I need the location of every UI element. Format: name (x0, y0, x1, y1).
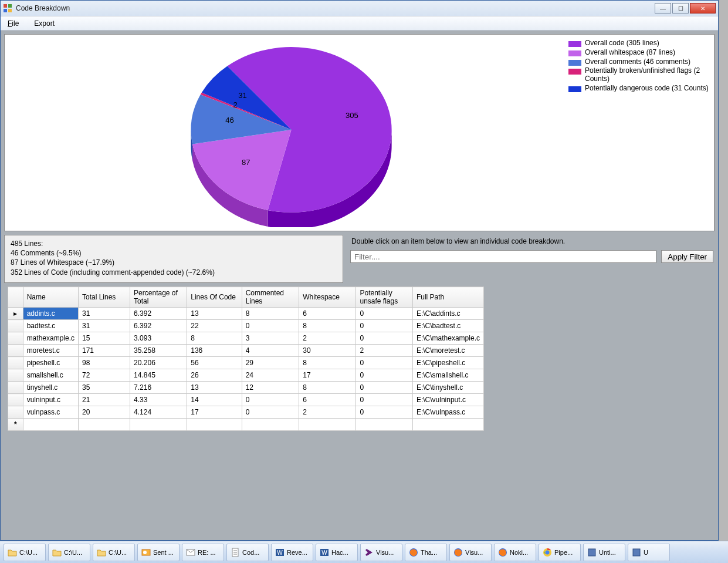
row-header[interactable] (8, 382, 23, 394)
table-row[interactable]: tinyshell.c 35 7.216 13 12 8 0 E:\C\tiny… (8, 382, 484, 394)
menu-file[interactable]: File (4, 18, 22, 29)
row-header[interactable] (8, 394, 23, 406)
cell-comm[interactable]: 24 (242, 369, 299, 382)
legend-item[interactable]: Overall comments (46 comments) (568, 58, 710, 66)
menu-export[interactable]: Export (31, 18, 58, 29)
cell-loc[interactable]: 8 (187, 332, 242, 345)
pie-chart[interactable]: 3058746231 (5, 35, 566, 231)
cell-name[interactable]: smallshell.c (23, 369, 78, 382)
cell-pct[interactable]: 35.258 (130, 345, 187, 357)
cell-loc[interactable]: 56 (187, 357, 242, 369)
col-flags[interactable]: Potentially unsafe flags (356, 287, 412, 308)
cell-ws[interactable]: 8 (299, 382, 356, 394)
taskbar-item[interactable]: C:\U... (93, 544, 135, 561)
cell-loc[interactable]: 22 (187, 320, 242, 332)
row-header[interactable]: ▸ (8, 308, 23, 320)
cell-ws[interactable]: 8 (299, 320, 356, 332)
cell-flags[interactable]: 0 (356, 394, 412, 406)
row-header-new[interactable]: * (8, 419, 23, 431)
cell-comm[interactable]: 0 (242, 406, 299, 419)
col-ws[interactable]: Whitespace (299, 287, 356, 308)
cell-flags[interactable]: 0 (356, 369, 412, 382)
taskbar-item[interactable]: Sent ... (137, 544, 180, 561)
col-name[interactable]: Name (23, 287, 78, 308)
col-total[interactable]: Total Lines (79, 287, 130, 308)
legend-item[interactable]: Potentially broken/unfinished flags (2 C… (568, 67, 710, 83)
cell-path[interactable]: E:\C\pipeshell.c (412, 357, 483, 369)
cell-pct[interactable]: 6.392 (130, 320, 187, 332)
cell-ws[interactable]: 17 (299, 369, 356, 382)
row-header[interactable] (8, 406, 23, 419)
row-header[interactable] (8, 332, 23, 345)
cell-total[interactable]: 171 (79, 345, 130, 357)
row-header[interactable] (8, 369, 23, 382)
table-row[interactable]: pipeshell.c 98 20.206 56 29 8 0 E:\C\pip… (8, 357, 484, 369)
cell-name[interactable]: mathexample.c (23, 332, 78, 345)
taskbar-item[interactable]: WHac... (316, 544, 358, 561)
taskbar[interactable]: C:\U...C:\U...C:\U...Sent ...RE: ...Cod.… (0, 541, 728, 563)
cell-pct[interactable]: 20.206 (130, 357, 187, 369)
cell-path[interactable]: E:\C\tinyshell.c (412, 382, 483, 394)
cell-path[interactable]: E:\C\vulnpass.c (412, 406, 483, 419)
cell-ws[interactable]: 8 (299, 357, 356, 369)
table-row[interactable]: smallshell.c 72 14.845 26 24 17 0 E:\C\s… (8, 369, 484, 382)
taskbar-item[interactable]: Noki... (494, 544, 536, 561)
cell-ws[interactable]: 6 (299, 394, 356, 406)
taskbar-item[interactable]: WReve... (271, 544, 313, 561)
titlebar[interactable]: Code Breakdown — ☐ ✕ (1, 1, 718, 16)
cell-name[interactable]: tinyshell.c (23, 382, 78, 394)
table-row[interactable]: badtest.c 31 6.392 22 0 8 0 E:\C\badtest… (8, 320, 484, 332)
cell-comm[interactable]: 12 (242, 382, 299, 394)
cell-flags[interactable]: 0 (356, 406, 412, 419)
taskbar-item[interactable]: C:\U... (4, 544, 46, 561)
cell-ws[interactable]: 2 (299, 406, 356, 419)
cell-total[interactable]: 20 (79, 406, 130, 419)
cell-loc[interactable]: 17 (187, 406, 242, 419)
row-header[interactable] (8, 357, 23, 369)
minimize-button[interactable]: — (655, 3, 671, 14)
cell-pct[interactable]: 6.392 (130, 308, 187, 320)
cell-pct[interactable]: 3.093 (130, 332, 187, 345)
cell-comm[interactable]: 0 (242, 320, 299, 332)
cell-flags[interactable]: 0 (356, 332, 412, 345)
cell-flags[interactable]: 0 (356, 357, 412, 369)
cell-loc[interactable]: 13 (187, 308, 242, 320)
cell-name[interactable]: badtest.c (23, 320, 78, 332)
files-table[interactable]: Name Total Lines Percentage of Total Lin… (8, 286, 484, 431)
cell-loc[interactable]: 136 (187, 345, 242, 357)
close-button[interactable]: ✕ (690, 3, 716, 14)
taskbar-item[interactable]: RE: ... (182, 544, 224, 561)
cell-total[interactable]: 35 (79, 382, 130, 394)
taskbar-item[interactable]: Cod... (226, 544, 269, 561)
taskbar-item[interactable]: C:\U... (48, 544, 90, 561)
cell-name[interactable]: moretest.c (23, 345, 78, 357)
cell-total[interactable]: 31 (79, 308, 130, 320)
cell-flags[interactable]: 0 (356, 382, 412, 394)
taskbar-item[interactable]: Tha... (405, 544, 447, 561)
cell-path[interactable]: E:\C\mathexample.c (412, 332, 483, 345)
cell-flags[interactable]: 0 (356, 308, 412, 320)
apply-filter-button[interactable]: Apply Filter (661, 250, 713, 263)
cell-loc[interactable]: 13 (187, 382, 242, 394)
maximize-button[interactable]: ☐ (672, 3, 689, 14)
cell-total[interactable]: 31 (79, 320, 130, 332)
table-row[interactable]: vulnpass.c 20 4.124 17 0 2 0 E:\C\vulnpa… (8, 406, 484, 419)
cell-name[interactable]: addints.c (23, 308, 78, 320)
filter-input[interactable] (350, 250, 656, 263)
cell-loc[interactable]: 26 (187, 369, 242, 382)
table-row[interactable]: ▸ addints.c 31 6.392 13 8 6 0 E:\C\addin… (8, 308, 484, 320)
cell-ws[interactable]: 2 (299, 332, 356, 345)
col-pct[interactable]: Percentage of Total (130, 287, 187, 308)
cell-total[interactable]: 72 (79, 369, 130, 382)
cell-total[interactable]: 15 (79, 332, 130, 345)
col-path[interactable]: Full Path (412, 287, 483, 308)
cell-ws[interactable]: 30 (299, 345, 356, 357)
cell-flags[interactable]: 2 (356, 345, 412, 357)
taskbar-item[interactable]: U (628, 544, 670, 561)
cell-ws[interactable]: 6 (299, 308, 356, 320)
taskbar-item[interactable]: Unti... (583, 544, 625, 561)
cell-total[interactable]: 98 (79, 357, 130, 369)
table-row[interactable]: mathexample.c 15 3.093 8 3 2 0 E:\C\math… (8, 332, 484, 345)
cell-pct[interactable]: 7.216 (130, 382, 187, 394)
cell-path[interactable]: E:\C\addints.c (412, 308, 483, 320)
